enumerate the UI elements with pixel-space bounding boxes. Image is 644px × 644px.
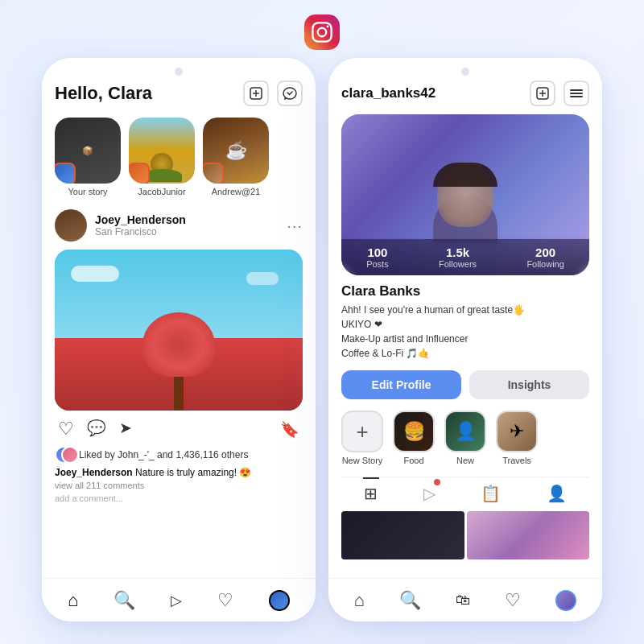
add-comment-input[interactable]: add a comment... <box>55 493 303 503</box>
profile-grid <box>341 511 589 559</box>
highlight-food-label: Food <box>403 456 423 465</box>
right-phone-header: clara_banks42 <box>341 80 589 106</box>
grid-tab-igtv[interactable]: 📋 <box>481 484 501 503</box>
profile-action-buttons: Edit Profile Insights <box>341 370 589 399</box>
view-comments[interactable]: view all 211 comments <box>55 481 303 490</box>
nav-reels-button[interactable]: ▷ <box>171 592 182 609</box>
like-button[interactable]: ♡ <box>58 419 74 440</box>
highlight-new-story[interactable]: + New Story <box>341 411 383 465</box>
post-image <box>55 250 303 411</box>
grid-tab-posts[interactable]: ⊞ <box>364 484 378 503</box>
phones-container: Hello, Clara <box>26 58 618 621</box>
right-menu-button[interactable] <box>564 80 589 106</box>
svg-rect-0 <box>312 23 331 41</box>
stat-following: 200 Following <box>526 246 564 269</box>
highlight-travels[interactable]: ✈ Travels <box>496 411 538 465</box>
left-phone: Hello, Clara <box>42 58 316 621</box>
post-user-avatar <box>55 209 87 242</box>
instagram-logo <box>304 14 340 50</box>
bio-line3: Make-Up artist and Influencer <box>341 333 468 345</box>
highlights-row: + New Story 🍔 Food 👤 New <box>341 411 589 465</box>
story-label-your-story: Your story <box>68 187 107 196</box>
grid-thumb-1[interactable] <box>341 511 464 559</box>
highlight-add-circle: + <box>341 411 383 452</box>
greeting-text: Hello, Clara <box>55 83 152 104</box>
bio-line2: UKIYO ❤ <box>341 319 382 330</box>
profile-display-name: Clara Banks <box>341 283 589 299</box>
story-label-jacob: JacobJunior <box>138 187 185 196</box>
post-location: San Francisco <box>95 226 186 237</box>
highlight-new[interactable]: 👤 New <box>444 411 486 465</box>
insights-button[interactable]: Insights <box>469 370 589 399</box>
story-item-jacob[interactable]: JacobJunior <box>129 118 195 196</box>
likes-text: Liked by John_-'_ and 1,436,116 others <box>79 449 248 460</box>
nav-search-button[interactable]: 🔍 <box>114 590 135 611</box>
highlight-new-label: New <box>456 456 474 465</box>
highlight-food[interactable]: 🍔 Food <box>393 411 435 465</box>
stat-posts: 100 Posts <box>366 246 389 269</box>
nav-profile-button[interactable] <box>269 590 290 611</box>
right-nav-shop[interactable]: 🛍 <box>456 592 470 609</box>
story-img-your-story: 📦 <box>55 118 121 184</box>
highlight-food-circle: 🍔 <box>393 411 435 452</box>
grid-tab-reels[interactable]: ▷ <box>423 484 436 503</box>
stat-posts-number: 100 <box>366 246 389 259</box>
grid-tab-tagged[interactable]: 👤 <box>547 484 567 503</box>
post-user-details: Joey_Henderson San Francisco <box>95 213 186 237</box>
right-phone: clara_banks42 <box>328 58 602 621</box>
svg-point-1 <box>318 28 327 37</box>
edit-profile-button[interactable]: Edit Profile <box>341 370 461 399</box>
left-phone-header: Hello, Clara <box>55 80 303 106</box>
stat-following-number: 200 <box>526 246 564 259</box>
story-img-andrew: ☕ <box>203 118 269 184</box>
story-label-andrew: Andrew@21 <box>212 187 261 196</box>
bio-line1: Ahh! I see you're a human of great taste… <box>341 304 525 316</box>
bottom-nav-left: ⌂ 🔍 ▷ ♡ <box>42 578 316 621</box>
right-nav-likes[interactable]: ♡ <box>505 590 521 611</box>
highlight-new-circle: 👤 <box>444 411 486 452</box>
stories-row: 📦 Your story JacobJunior <box>55 118 303 196</box>
right-add-button[interactable] <box>530 80 555 106</box>
stat-following-label: Following <box>526 259 564 269</box>
caption-username: Joey_Henderson <box>55 467 133 478</box>
story-item-andrew[interactable]: ☕ Andrew@21 <box>203 118 269 196</box>
messenger-button[interactable] <box>277 80 303 106</box>
right-header-icons <box>530 80 589 106</box>
reels-badge <box>434 479 440 485</box>
story-img-jacob <box>129 118 195 184</box>
profile-username-header: clara_banks42 <box>341 85 436 101</box>
bottom-nav-right: ⌂ 🔍 🛍 ♡ <box>328 578 602 621</box>
right-nav-profile[interactable] <box>555 590 576 611</box>
right-nav-home[interactable]: ⌂ <box>354 590 365 611</box>
post-likes: Liked by John_-'_ and 1,436,116 others <box>55 446 303 464</box>
grid-tabs: ⊞ ▷ 📋 👤 <box>341 477 589 508</box>
share-button[interactable]: ➤ <box>119 419 132 440</box>
stat-followers-number: 1.5k <box>439 246 477 259</box>
stat-followers: 1.5k Followers <box>439 246 477 269</box>
post-options-button[interactable]: ··· <box>287 217 303 235</box>
nav-likes-button[interactable]: ♡ <box>217 590 233 611</box>
stat-posts-label: Posts <box>366 259 389 269</box>
caption-text: Nature is truly amazing! 😍 <box>135 467 251 478</box>
post-actions-left: ♡ 💬 ➤ <box>58 419 132 440</box>
nav-home-button[interactable]: ⌂ <box>68 590 78 611</box>
highlight-travels-circle: ✈ <box>496 411 538 452</box>
post-header: Joey_Henderson San Francisco ··· <box>55 209 303 242</box>
comment-button[interactable]: 💬 <box>87 419 106 440</box>
likes-avatars <box>55 446 74 464</box>
add-post-button[interactable] <box>243 80 269 106</box>
bio-line4: Coffee & Lo-Fi 🎵🤙 <box>341 348 430 359</box>
post-user-info: Joey_Henderson San Francisco <box>55 209 186 242</box>
highlight-new-story-label: New Story <box>342 456 383 465</box>
post-caption: Joey_Henderson Nature is truly amazing! … <box>55 467 303 478</box>
grid-thumb-2[interactable] <box>467 511 590 559</box>
right-nav-search[interactable]: 🔍 <box>399 590 421 611</box>
profile-cover: 100 Posts 1.5k Followers 200 Following <box>341 114 589 275</box>
header-icons <box>243 80 303 106</box>
stat-followers-label: Followers <box>439 259 477 269</box>
highlight-travels-label: Travels <box>502 456 531 465</box>
profile-bio: Ahh! I see you're a human of great taste… <box>341 303 589 361</box>
story-item-your-story[interactable]: 📦 Your story <box>55 118 121 196</box>
save-button[interactable]: 🔖 <box>280 420 299 439</box>
profile-stats: 100 Posts 1.5k Followers 200 Following <box>341 239 589 275</box>
